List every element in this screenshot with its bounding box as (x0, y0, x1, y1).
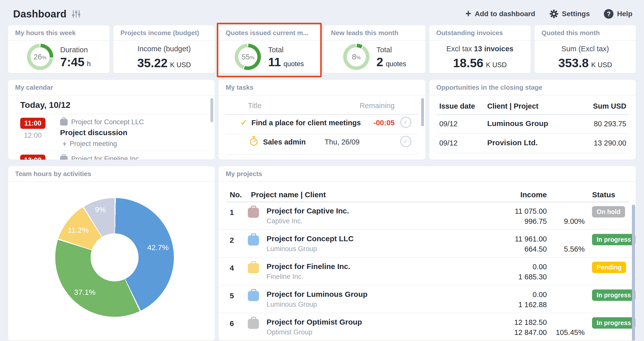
bolt-icon (63, 141, 67, 147)
kpi-value: 35.22 (137, 56, 168, 70)
kpi-unit: quotes (283, 60, 304, 68)
widget-outstanding-invoices[interactable]: Outstanding invoices Excl tax 13 invoice… (429, 25, 531, 73)
project-percent: 9.00% (564, 217, 585, 226)
opportunity-sum: 13 290.00 (594, 139, 626, 147)
project-percent: 5.56% (564, 245, 585, 253)
widget-title: My calendar (8, 80, 215, 95)
widget-title: Quoted this month (534, 25, 636, 41)
dashboard-filter-button[interactable] (72, 10, 81, 18)
widget-projects-income[interactable]: Projects income (budget) Income (budget)… (113, 25, 215, 73)
opportunity-client: Luminous Group (487, 119, 548, 128)
settings-button[interactable]: Settings (549, 9, 590, 18)
widget-title: Quotes issued current m... (219, 25, 320, 41)
add-to-dashboard-label: Add to dashboard (475, 10, 535, 18)
opportunity-sum: 80 293.75 (594, 120, 626, 128)
team-hours-pie-chart[interactable] (55, 198, 174, 317)
hours-donut-chart: 26% (27, 44, 53, 70)
column-header-income: Income (520, 190, 547, 199)
widget-title: My tasks (219, 80, 425, 95)
widget-new-leads[interactable]: New leads this month 8% Total 2quotes (324, 25, 425, 73)
briefcase-icon (60, 156, 68, 160)
projects-scrollbar[interactable] (632, 205, 635, 340)
status-badge: In progress (592, 317, 635, 329)
briefcase-icon (248, 208, 259, 218)
dashboard-grid: My hours this week 26% Duration 7:45h Pr… (0, 25, 644, 340)
project-income: 11 075.00 (515, 207, 547, 215)
kpi-value: 2 (377, 55, 383, 69)
donut-percent: 8 (352, 53, 356, 61)
pie-label: 42.7% (147, 243, 169, 252)
widget-my-tasks: My tasks Title Remaining ✓ Find a place … (219, 80, 425, 160)
task-title: Sales admin (263, 138, 306, 146)
kpi-unit: K USD (170, 61, 191, 69)
briefcase-icon (248, 291, 259, 301)
widget-my-projects: My projects No. Project name | Client In… (219, 166, 636, 340)
column-header-no: No. (230, 190, 242, 199)
event-type: Project meeting (70, 140, 117, 148)
project-name: Project for Fineline Inc. (266, 262, 350, 271)
widget-title: My hours this week (8, 25, 110, 41)
page-title: Dashboard (13, 8, 67, 20)
project-income: 11 961.00 (515, 235, 547, 243)
project-row[interactable]: 5 Project for Luminous Group Luminous Gr… (219, 285, 636, 313)
briefcase-icon (248, 263, 259, 273)
event-name: Project discussion (60, 128, 127, 137)
status-badge: In progress (592, 289, 635, 301)
pie-label: 37.1% (74, 288, 95, 297)
calendar-scrollbar[interactable] (210, 98, 213, 122)
project-income-secondary: 996.75 (524, 217, 547, 226)
project-income-secondary: 664.50 (524, 245, 547, 253)
pie-label: 9% (95, 205, 106, 214)
kpi-label: Sum (Excl tax) (561, 45, 609, 53)
kpi-value: 18.56 (453, 56, 483, 70)
column-header-remaining: Remaining (360, 102, 395, 110)
complete-task-button[interactable]: ✓ (400, 136, 411, 147)
project-no: 1 (230, 208, 234, 217)
opportunity-issue-date: 09/12 (439, 120, 458, 128)
complete-task-button[interactable]: ✓ (400, 117, 411, 128)
task-due-date: Thu, 26/09 (325, 138, 360, 146)
project-row[interactable]: 4 Project for Fineline Inc. Fineline Inc… (219, 258, 636, 285)
project-row[interactable]: 6 Project for Optimist Group Optimist Gr… (219, 313, 636, 340)
status-badge: On hold (592, 206, 625, 217)
kpi-value: 353.8 (558, 56, 589, 70)
project-income-secondary: 12 847.00 (514, 328, 547, 337)
widget-title: New leads this month (324, 25, 425, 41)
widget-title: My projects (219, 166, 636, 182)
event-project: Project for Concept LLC (71, 118, 144, 126)
pie-label: 11.2% (68, 226, 89, 234)
help-button[interactable]: ? Help (604, 9, 632, 19)
project-client: Luminous Group (266, 301, 317, 308)
task-remaining: -00:05 (373, 119, 395, 127)
help-icon: ? (604, 9, 613, 19)
event-start-time: 13:00 (20, 155, 45, 160)
event-project: Project for Fineline Inc. (71, 155, 141, 160)
kpi-value: 11 (268, 55, 281, 69)
kpi-value: 7:45 (60, 55, 85, 69)
project-name: Project for Concept LLC (266, 234, 354, 243)
project-income-secondary: 1 162.88 (518, 301, 547, 309)
top-bar: Dashboard + Add to dashboard (0, 0, 644, 25)
status-badge: In progress (592, 234, 635, 245)
project-row[interactable]: 1 Project for Captive Inc. Captive Inc. … (219, 202, 636, 230)
project-client: Luminous Group (266, 245, 317, 253)
calendar-day-header: Today, 10/12 (20, 100, 70, 110)
project-no: 6 (230, 319, 234, 328)
tasks-scrollbar[interactable] (421, 98, 424, 126)
project-income: 12 182.50 (514, 318, 547, 327)
stopwatch-icon (249, 136, 258, 146)
quotes-donut-chart: 55% (235, 44, 261, 70)
widget-my-hours-this-week[interactable]: My hours this week 26% Duration 7:45h (8, 25, 110, 73)
kpi-unit: K USD (591, 61, 612, 69)
column-header-name-client: Project name | Client (251, 190, 326, 199)
widget-quoted-this-month[interactable]: Quoted this month Sum (Excl tax) 353.8K … (534, 25, 636, 73)
project-no: 4 (230, 264, 234, 272)
project-name: Project for Captive Inc. (266, 207, 349, 215)
widget-quotes-issued[interactable]: Quotes issued current m... 55% Total 11q… (219, 25, 320, 73)
opportunity-client: Provision Ltd. (487, 138, 538, 147)
project-row[interactable]: 2 Project for Concept LLC Luminous Group… (219, 230, 636, 258)
kpi-label: Duration (60, 46, 91, 54)
column-header-title: Title (248, 102, 261, 110)
add-to-dashboard-button[interactable]: + Add to dashboard (465, 9, 535, 18)
column-header-status: Status (592, 190, 615, 199)
